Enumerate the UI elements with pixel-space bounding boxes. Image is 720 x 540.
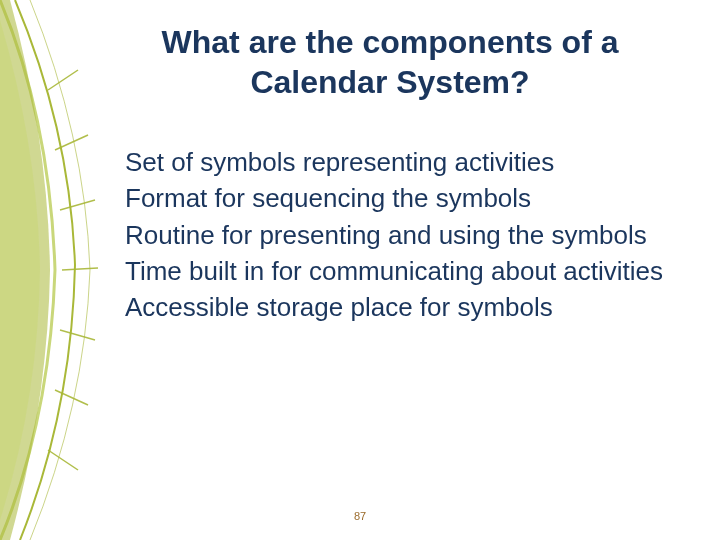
body-content: Set of symbols representing activities F… (125, 145, 675, 327)
svg-line-1 (55, 135, 88, 150)
svg-line-2 (60, 200, 95, 210)
svg-line-6 (48, 450, 78, 470)
svg-line-5 (55, 390, 88, 405)
slide: What are the components of a Calendar Sy… (0, 0, 720, 540)
svg-line-3 (62, 268, 98, 270)
title-line-1: What are the components of a (162, 24, 619, 60)
title-line-2: Calendar System? (250, 64, 529, 100)
svg-line-0 (48, 70, 78, 90)
list-item: Accessible storage place for symbols (125, 290, 675, 324)
page-number: 87 (0, 510, 720, 522)
list-item: Format for sequencing the symbols (125, 181, 675, 215)
svg-line-4 (60, 330, 95, 340)
list-item: Set of symbols representing activities (125, 145, 675, 179)
list-item: Time built in for communicating about ac… (125, 254, 675, 288)
leaf-decoration (0, 0, 110, 540)
list-item: Routine for presenting and using the sym… (125, 218, 675, 252)
slide-title: What are the components of a Calendar Sy… (100, 22, 680, 102)
